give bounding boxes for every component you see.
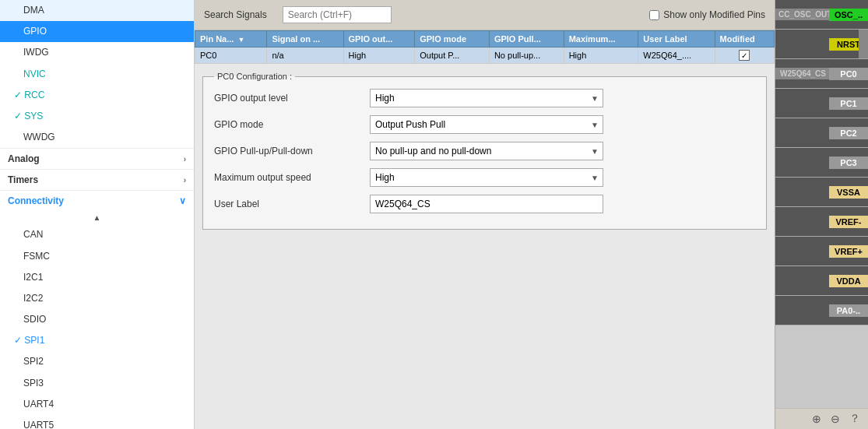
chip-pin-vdda: VDDA (775, 266, 868, 296)
sidebar-item-uart5[interactable]: UART5 (0, 415, 194, 429)
cell-pin-name: PC0 (195, 47, 267, 64)
sidebar-item-gpio[interactable]: GPIO (0, 21, 194, 42)
sort-pin-name-icon: ▼ (237, 36, 244, 44)
sidebar-item-sdio[interactable]: SDIO (0, 309, 194, 330)
col-signal-on[interactable]: Signal on ... (267, 31, 343, 47)
sidebar-item-spi1[interactable]: SPI1 (0, 330, 194, 351)
timers-expand-icon: › (184, 176, 186, 185)
chip-pin-vref-minus: VREF- (775, 207, 868, 237)
gpio-level-select-wrapper: Low High ▼ (370, 89, 603, 107)
chip-pin-pa0-label: PA0-.. (829, 304, 868, 317)
chip-pin-vref-plus-label: VREF+ (829, 245, 868, 258)
show-modified-label: Show only Modified Pins (663, 9, 765, 20)
bottom-bar: ⊕ ⊖ ？ (775, 408, 868, 429)
gpio-pull-select[interactable]: No pull-up and no pull-down Pull-up Pull… (370, 142, 603, 160)
chip-pin-pc2: PC2 (775, 118, 868, 148)
config-row-max-speed: Maximum output speed Low Medium High ▼ (214, 168, 755, 187)
zoom-out-icon[interactable]: ⊖ (831, 413, 840, 425)
cell-user-label: W25Q64_.... (638, 47, 715, 64)
gpio-mode-select-wrapper: Output Push Pull Output Open Drain ▼ (370, 115, 603, 134)
config-label-gpio-pull: GPIO Pull-up/Pull-down (214, 146, 370, 156)
config-label-gpio-level: GPIO output level (214, 93, 370, 104)
gpio-level-select[interactable]: Low High (370, 89, 603, 107)
signals-table: Pin Na... ▼ Signal on ... GPIO out... GP… (195, 30, 775, 64)
zoom-in-icon[interactable]: ⊕ (812, 413, 821, 425)
chip-pin-vref-minus-label: VREF- (829, 216, 868, 228)
chip-pin-pc1: PC1 (775, 89, 868, 118)
user-label-input[interactable] (370, 195, 603, 213)
col-modified[interactable]: Modified (715, 31, 774, 47)
modified-checkbox: ✓ (739, 50, 750, 61)
show-modified-checkbox[interactable] (649, 10, 659, 20)
chip-pin-pa0: PA0-.. (775, 296, 868, 325)
cell-gpio-mode: Output P... (415, 47, 490, 64)
config-legend: PC0 Configuration : (214, 72, 295, 81)
col-gpio-mode[interactable]: GPIO mode (415, 31, 490, 47)
config-row-user-label: User Label (214, 195, 755, 213)
sidebar-item-dma[interactable]: DMA (0, 0, 194, 21)
chip-pin-pc0-label: PC0 (829, 68, 868, 80)
chip-pin-nrst: NRST (775, 30, 868, 59)
sidebar-item-i2c2[interactable]: I2C2 (0, 288, 194, 309)
chip-pin-osc-label: OSC_.. (829, 9, 868, 21)
config-panel: PC0 Configuration : GPIO output level Lo… (195, 64, 775, 429)
cell-signal-on: n/a (267, 47, 343, 64)
up-arrow-icon: ▲ (93, 213, 101, 222)
sidebar-item-uart4[interactable]: UART4 (0, 394, 194, 415)
col-gpio-pull[interactable]: GPIO Pull... (489, 31, 564, 47)
chip-pin-osc-ext: CC_OSC_OUT (775, 9, 829, 20)
chip-pin-pc0: W25Q64_CS PC0 (775, 59, 868, 89)
max-speed-select[interactable]: Low Medium High (370, 168, 603, 187)
sidebar-category-analog[interactable]: Analog › (0, 148, 194, 169)
cell-maximum: High (564, 47, 638, 64)
cell-modified: ✓ (715, 47, 774, 64)
config-row-gpio-pull: GPIO Pull-up/Pull-down No pull-up and no… (214, 142, 755, 160)
show-modified-container: Show only Modified Pins (649, 9, 765, 20)
sidebar-item-i2c1[interactable]: I2C1 (0, 267, 194, 288)
sidebar-item-wwdg[interactable]: WWDG (0, 127, 194, 148)
search-bar: Search Signals Show only Modified Pins (195, 0, 775, 30)
config-row-gpio-level: GPIO output level Low High ▼ (214, 89, 755, 107)
chip-pin-osc-out: CC_OSC_OUT OSC_.. (775, 0, 868, 30)
cell-gpio-pull: No pull-up... (489, 47, 564, 64)
col-maximum[interactable]: Maximum... (564, 31, 638, 47)
chip-pin-pc3-label: PC3 (829, 156, 868, 169)
search-input[interactable] (283, 6, 392, 23)
sidebar-item-can[interactable]: CAN (0, 224, 194, 245)
config-fieldset: PC0 Configuration : GPIO output level Lo… (202, 72, 767, 230)
scroll-up-btn[interactable]: ▲ (0, 211, 194, 224)
col-gpio-output[interactable]: GPIO out... (343, 31, 415, 47)
cell-gpio-output: High (343, 47, 415, 64)
config-label-max-speed: Maximum output speed (214, 172, 370, 183)
config-label-user-label: User Label (214, 199, 370, 209)
chip-pin-pc1-label: PC1 (829, 97, 868, 110)
sidebar-item-rcc[interactable]: RCC (0, 85, 194, 106)
sidebar-item-sys[interactable]: SYS (0, 106, 194, 127)
chip-pin-vref-plus: VREF+ (775, 237, 868, 266)
sidebar-item-nvic[interactable]: NVIC (0, 64, 194, 85)
chip-pin-pc3: PC3 (775, 148, 868, 178)
chip-pin-vdda-label: VDDA (829, 275, 868, 287)
chip-pin-vssa-label: VSSA (829, 186, 868, 199)
config-row-gpio-mode: GPIO mode Output Push Pull Output Open D… (214, 115, 755, 134)
table-row[interactable]: PC0 n/a High Output P... No pull-up... H… (195, 47, 775, 64)
connectivity-expand-icon: ∨ (179, 195, 186, 206)
gpio-mode-select[interactable]: Output Push Pull Output Open Drain (370, 115, 603, 134)
sidebar-item-iwdg[interactable]: IWDG (0, 42, 194, 63)
col-user-label[interactable]: User Label (638, 31, 715, 47)
help-icon[interactable]: ？ (849, 412, 860, 426)
gpio-pull-select-wrapper: No pull-up and no pull-down Pull-up Pull… (370, 142, 603, 160)
chip-pin-pc0-ext: W25Q64_CS (775, 68, 829, 79)
max-speed-select-wrapper: Low Medium High ▼ (370, 168, 603, 187)
config-label-gpio-mode: GPIO mode (214, 119, 370, 130)
sidebar-category-timers[interactable]: Timers › (0, 169, 194, 190)
signals-table-wrapper: Pin Na... ▼ Signal on ... GPIO out... GP… (195, 30, 775, 64)
sidebar-item-fsmc[interactable]: FSMC (0, 246, 194, 267)
chip-pin-vssa: VSSA (775, 178, 868, 207)
col-pin-name[interactable]: Pin Na... ▼ (195, 31, 267, 47)
search-label: Search Signals (204, 9, 267, 20)
sidebar-item-spi2[interactable]: SPI2 (0, 351, 194, 372)
analog-expand-icon: › (184, 155, 186, 164)
sidebar-item-spi3[interactable]: SPI3 (0, 373, 194, 394)
sidebar-category-connectivity[interactable]: Connectivity ∨ (0, 191, 194, 211)
